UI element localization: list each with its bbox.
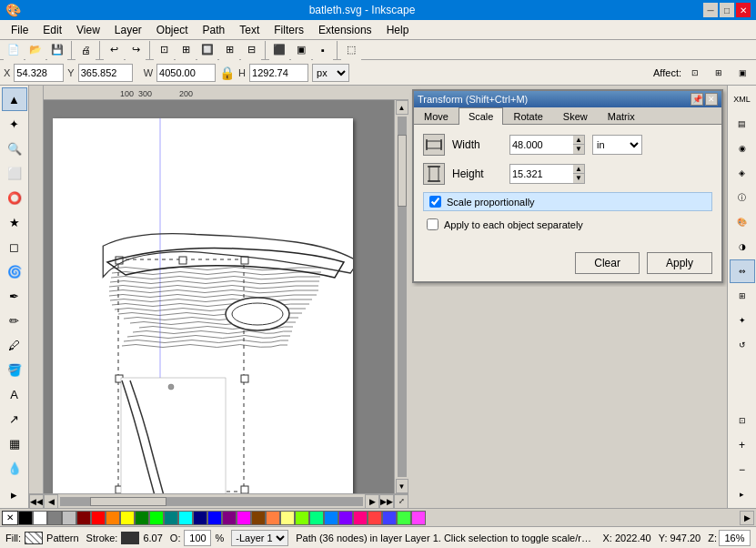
align-right-btn[interactable]: ▪ [313, 40, 333, 60]
zoom-input[interactable] [719, 530, 751, 546]
palette-swatch[interactable] [411, 511, 426, 525]
close-button[interactable]: ✕ [736, 3, 751, 17]
group-btn[interactable]: ⬚ [341, 40, 361, 60]
objects-btn[interactable]: ◉ [730, 137, 755, 160]
lock-icon[interactable]: 🔒 [219, 66, 235, 80]
palette-none-btn[interactable]: ✕ [2, 511, 18, 525]
tool-star[interactable]: ★ [2, 210, 27, 234]
palette-swatch[interactable] [135, 511, 149, 525]
undo-hist-btn[interactable]: ↺ [730, 333, 755, 357]
layer-select[interactable]: -Layer 1 [231, 530, 288, 546]
transform-unit-select[interactable]: inpxmmcm [592, 135, 642, 155]
minus-btn[interactable]: − [730, 458, 755, 482]
undo-btn[interactable]: ↩ [104, 40, 124, 60]
menu-text[interactable]: Text [232, 22, 267, 38]
palette-swatch[interactable] [33, 511, 47, 525]
unit-select[interactable]: pxmmin [312, 64, 349, 82]
w-coord-input[interactable] [156, 64, 216, 82]
maximize-button[interactable]: □ [720, 3, 734, 17]
tool-circle[interactable]: ⭕ [2, 186, 27, 209]
palette-swatch[interactable] [353, 511, 368, 525]
menu-view[interactable]: View [69, 22, 107, 38]
snap-global-btn[interactable]: ⊡ [730, 409, 755, 432]
menu-help[interactable]: Help [379, 22, 417, 38]
apply-each-checkbox[interactable] [427, 218, 438, 230]
height-input[interactable] [509, 164, 573, 184]
h-coord-input[interactable] [249, 64, 308, 82]
palette-swatch[interactable] [266, 511, 280, 525]
menu-path[interactable]: Path [196, 22, 233, 38]
palette-swatch[interactable] [295, 511, 309, 525]
apply-button[interactable]: Apply [647, 252, 712, 274]
object-props-btn[interactable]: ⓘ [730, 186, 755, 209]
plus-btn[interactable]: + [730, 433, 755, 457]
menu-file[interactable]: File [4, 22, 35, 38]
tool-pen[interactable]: ✒ [2, 284, 27, 308]
palette-swatch[interactable] [62, 511, 76, 525]
tool-expand[interactable]: ▸ [2, 482, 27, 506]
transform-close-btn[interactable]: ✕ [705, 93, 718, 106]
page-left-btn[interactable]: ◀◀ [29, 494, 44, 509]
palette-swatch[interactable] [178, 511, 193, 525]
drawing-canvas[interactable]: ▲ ▼ [44, 100, 408, 493]
symbols-btn[interactable]: ◈ [730, 161, 755, 185]
menu-edit[interactable]: Edit [35, 22, 69, 38]
palette-swatch[interactable] [309, 511, 324, 525]
palette-swatch[interactable] [237, 511, 251, 525]
zoom-fit-btn[interactable]: ⊡ [154, 40, 174, 60]
tool-select[interactable]: ▲ [2, 87, 27, 111]
palette-swatch[interactable] [193, 511, 207, 525]
tool-calligraphy[interactable]: 🖊 [2, 333, 27, 357]
menu-extensions[interactable]: Extensions [311, 22, 379, 38]
palette-swatch[interactable] [91, 511, 106, 525]
tool-connector[interactable]: ↗ [2, 407, 27, 431]
palette-swatch[interactable] [47, 511, 62, 525]
scroll-thumb-h[interactable] [90, 497, 166, 506]
tool-3d[interactable]: ◻ [2, 235, 27, 259]
tool-paint[interactable]: 🪣 [2, 358, 27, 381]
palette-swatch[interactable] [397, 511, 411, 525]
affect-btn-3[interactable]: ▣ [732, 63, 752, 83]
palette-swatch[interactable] [207, 511, 222, 525]
canvas-area[interactable]: 100 200 300 [29, 86, 408, 508]
palette-swatch[interactable] [324, 511, 338, 525]
scroll-thumb-v[interactable] [398, 135, 407, 207]
xml-editor-btn[interactable]: XML [730, 87, 755, 111]
width-spin-down[interactable]: ▼ [573, 145, 584, 154]
stroke-color-box[interactable] [121, 532, 139, 544]
scroll-track-v[interactable] [398, 117, 407, 477]
fill-color-box[interactable] [25, 532, 43, 544]
y-coord-input[interactable] [78, 64, 133, 82]
scroll-right-btn[interactable]: ▶ [365, 494, 379, 509]
scroll-left-btn[interactable]: ◀ [44, 494, 58, 509]
scale-proportionally-label[interactable]: Scale proportionally [447, 197, 535, 208]
clear-button[interactable]: Clear [575, 252, 640, 274]
tab-skew[interactable]: Skew [553, 107, 598, 125]
height-spin-down[interactable]: ▼ [573, 174, 584, 183]
scale-proportionally-checkbox[interactable] [429, 196, 441, 208]
opacity-input[interactable] [184, 530, 211, 546]
height-spin-up[interactable]: ▲ [573, 165, 584, 174]
print-btn[interactable]: 🖨 [76, 40, 96, 60]
palette-swatch[interactable] [149, 511, 164, 525]
guide-btn[interactable]: ⊟ [241, 40, 261, 60]
menu-layer[interactable]: Layer [107, 22, 149, 38]
snap-btn[interactable]: 🔲 [197, 40, 217, 60]
palette-swatch[interactable] [106, 511, 120, 525]
page-right-btn[interactable]: ▶▶ [379, 494, 394, 509]
palette-swatch[interactable] [76, 511, 91, 525]
align-center-btn[interactable]: ▣ [291, 40, 311, 60]
palette-swatch[interactable] [164, 511, 178, 525]
transform-pin-btn[interactable]: 📌 [690, 93, 703, 106]
grid-btn[interactable]: ⊞ [219, 40, 239, 60]
scroll-up-btn[interactable]: ▲ [396, 100, 408, 115]
menu-filters[interactable]: Filters [267, 22, 311, 38]
affect-btn-1[interactable]: ⊡ [685, 63, 705, 83]
tool-pencil[interactable]: ✏ [2, 309, 27, 332]
menu-object[interactable]: Object [149, 22, 196, 38]
x-coord-input[interactable] [14, 64, 64, 82]
transform-btn[interactable]: ⇔ [730, 259, 755, 283]
tool-gradient[interactable]: ▦ [2, 431, 27, 455]
scroll-track-h[interactable] [60, 497, 363, 506]
tab-matrix[interactable]: Matrix [598, 107, 645, 125]
